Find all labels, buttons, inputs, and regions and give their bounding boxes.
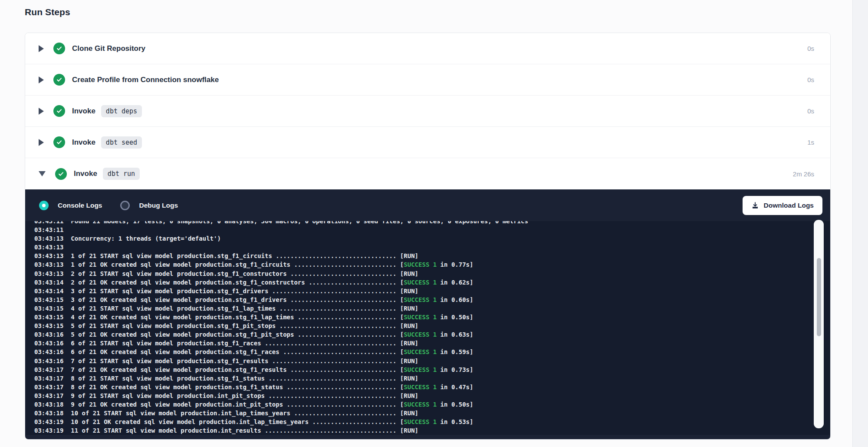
log-line: 03:43:11 bbox=[34, 225, 804, 234]
step-label: Clone Git Repository bbox=[72, 44, 145, 53]
log-line: 03:43:17 9 of 21 START sql view model pr… bbox=[34, 391, 804, 400]
console-scrollbar-thumb[interactable] bbox=[817, 258, 821, 336]
download-icon bbox=[751, 202, 759, 209]
download-logs-label: Download Logs bbox=[764, 202, 814, 209]
radio-label: Debug Logs bbox=[139, 202, 178, 209]
radio-label: Console Logs bbox=[58, 202, 102, 209]
log-line: 03:43:16 5 of 21 OK created sql view mod… bbox=[34, 330, 804, 339]
page-title: Run Steps bbox=[25, 7, 70, 17]
step-duration: 0s bbox=[807, 107, 814, 115]
step-row-invoke-dbt-run[interactable]: Invoke dbt run 2m 26s bbox=[25, 158, 830, 189]
log-line: 03:43:17 8 of 21 OK created sql view mod… bbox=[34, 383, 804, 391]
log-line: 03:43:16 7 of 21 START sql view model pr… bbox=[34, 357, 804, 365]
log-line: 03:43:13 1 of 21 OK created sql view mod… bbox=[34, 260, 804, 269]
log-panel-header: Console Logs Debug Logs Download Logs bbox=[25, 189, 830, 221]
chevron-right-icon[interactable] bbox=[39, 76, 44, 83]
log-line: 03:43:19 10 of 21 OK created sql view mo… bbox=[34, 417, 804, 426]
chevron-down-icon[interactable] bbox=[39, 171, 46, 176]
console-scrollbar-track[interactable] bbox=[814, 220, 824, 428]
run-steps-card: Clone Git Repository 0s Create Profile f… bbox=[25, 33, 831, 440]
log-line: 03:43:16 6 of 21 START sql view model pr… bbox=[34, 339, 804, 348]
command-badge: dbt seed bbox=[101, 136, 142, 149]
step-duration: 2m 26s bbox=[793, 170, 814, 178]
chevron-right-icon[interactable] bbox=[39, 139, 44, 146]
log-line: 03:43:15 5 of 21 START sql view model pr… bbox=[34, 321, 804, 330]
log-line: 03:43:14 3 of 21 START sql view model pr… bbox=[34, 287, 804, 295]
step-duration: 0s bbox=[807, 45, 814, 52]
success-check-icon bbox=[53, 74, 65, 86]
page-scroll-gutter[interactable] bbox=[852, 0, 868, 447]
step-duration: 1s bbox=[807, 139, 814, 146]
success-check-icon bbox=[53, 105, 65, 117]
log-line: 03:43:13 bbox=[34, 243, 804, 252]
log-line: 03:43:16 6 of 21 OK created sql view mod… bbox=[34, 348, 804, 356]
log-line: 03:43:19 11 of 21 START sql view model p… bbox=[34, 426, 804, 435]
console-log-output[interactable]: 03:43:11 Found 21 models, 17 tests, 0 sn… bbox=[25, 221, 830, 435]
command-badge: dbt deps bbox=[101, 105, 142, 117]
log-line: 03:43:14 2 of 21 OK created sql view mod… bbox=[34, 278, 804, 287]
radio-debug-logs[interactable]: Debug Logs bbox=[120, 201, 178, 210]
step-row-invoke-dbt-seed[interactable]: Invoke dbt seed 1s bbox=[25, 127, 830, 158]
log-line: 03:43:17 8 of 21 START sql view model pr… bbox=[34, 374, 804, 383]
success-check-icon bbox=[53, 43, 65, 54]
step-duration: 0s bbox=[807, 76, 814, 83]
log-line: 03:43:17 7 of 21 OK created sql view mod… bbox=[34, 365, 804, 374]
log-line: 03:43:15 3 of 21 OK created sql view mod… bbox=[34, 295, 804, 304]
radio-console-logs[interactable]: Console Logs bbox=[39, 201, 102, 210]
step-row-clone-git-repository[interactable]: Clone Git Repository 0s bbox=[25, 33, 830, 64]
success-check-icon bbox=[53, 136, 65, 148]
log-line: 03:43:13 1 of 21 START sql view model pr… bbox=[34, 252, 804, 260]
radio-unselected-icon[interactable] bbox=[120, 201, 130, 210]
log-line: 03:43:13 2 of 21 START sql view model pr… bbox=[34, 269, 804, 278]
command-badge: dbt run bbox=[103, 168, 140, 180]
log-line: 03:43:15 4 of 21 OK created sql view mod… bbox=[34, 313, 804, 321]
step-label: Invoke bbox=[72, 138, 95, 147]
radio-selected-icon[interactable] bbox=[39, 201, 49, 210]
log-line: 03:43:18 9 of 21 OK created sql view mod… bbox=[34, 400, 804, 409]
success-check-icon bbox=[55, 168, 67, 180]
download-logs-button[interactable]: Download Logs bbox=[743, 196, 822, 215]
step-row-create-profile[interactable]: Create Profile from Connection snowflake… bbox=[25, 64, 830, 96]
log-line: 03:43:18 10 of 21 START sql view model p… bbox=[34, 409, 804, 417]
step-label: Create Profile from Connection snowflake bbox=[72, 76, 219, 84]
step-label: Invoke bbox=[74, 169, 97, 178]
step-row-invoke-dbt-deps[interactable]: Invoke dbt deps 0s bbox=[25, 96, 830, 127]
log-lines: 03:43:11 Found 21 models, 17 tests, 0 sn… bbox=[34, 221, 804, 435]
chevron-right-icon[interactable] bbox=[39, 108, 44, 115]
chevron-right-icon[interactable] bbox=[39, 45, 44, 52]
step-label: Invoke bbox=[72, 107, 95, 116]
log-line: 03:43:11 Found 21 models, 17 tests, 0 sn… bbox=[34, 221, 804, 225]
log-type-radio-group: Console Logs Debug Logs bbox=[39, 201, 178, 210]
log-panel: Console Logs Debug Logs Download Logs bbox=[25, 189, 830, 440]
log-line: 03:43:15 4 of 21 START sql view model pr… bbox=[34, 304, 804, 313]
log-line: 03:43:13 Concurrency: 1 threads (target=… bbox=[34, 234, 804, 243]
